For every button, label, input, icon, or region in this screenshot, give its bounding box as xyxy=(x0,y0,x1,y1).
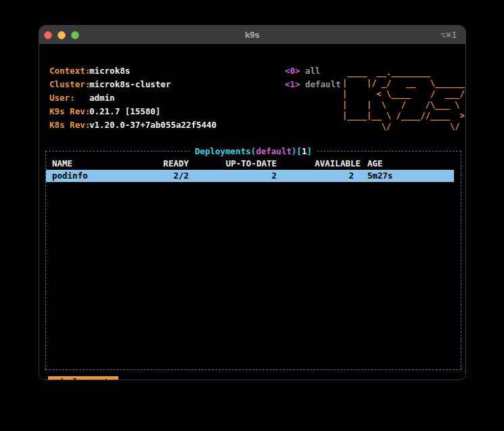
column-header-age[interactable]: AGE xyxy=(367,158,383,170)
cluster-value: microk8s-cluster xyxy=(89,78,170,91)
cluster-row: Cluster:microk8s-cluster xyxy=(49,78,216,91)
logo-line: | < \____ / ___/ xyxy=(342,89,465,99)
user-label: User: xyxy=(49,91,89,105)
panel-title-namespace: default xyxy=(256,146,292,156)
user-row: User:admin xyxy=(49,91,216,105)
logo-line: | | \ / /\___ \ xyxy=(342,99,465,110)
close-button[interactable] xyxy=(44,31,52,39)
breadcrumb-deployment[interactable]: <deployment> xyxy=(48,376,118,380)
namespace-name-all: all xyxy=(305,64,321,78)
panel-title-bracket-close: ] xyxy=(307,146,313,156)
table-row-podinfo[interactable]: podinfo 2/2 2 2 5m27s xyxy=(46,170,454,182)
cluster-info: Context:microk8s Cluster:microk8s-cluste… xyxy=(49,64,216,132)
panel-title-bracket: )[ xyxy=(292,146,302,156)
logo-line: \/ \/ xyxy=(342,121,465,132)
terminal-body: Context:microk8s Cluster:microk8s-cluste… xyxy=(39,44,465,380)
terminal-window: k9s ⌥⌘1 Context:microk8s Cluster:microk8… xyxy=(39,25,466,380)
window-titlebar[interactable]: k9s ⌥⌘1 xyxy=(39,26,465,44)
k9s-ascii-logo: ____ __.________ | |/ _/ __ \______ | < … xyxy=(342,67,465,132)
k8s-rev-value: v1.20.0-37+7ab055a22f5440 xyxy=(89,118,216,132)
k9s-rev-row: K9s Rev:0.21.7 [15580] xyxy=(49,105,216,118)
panel-title-count: 1 xyxy=(302,146,307,156)
cluster-label: Cluster: xyxy=(49,78,89,91)
deployments-table: NAME READY UP-TO-DATE AVAILABLE AGE podi… xyxy=(46,158,461,182)
window-title: k9s xyxy=(39,30,465,40)
panel-title: Deployments(default)[1] xyxy=(190,146,317,156)
column-header-available[interactable]: AVAILABLE xyxy=(46,158,361,170)
deployments-panel: Deployments(default)[1] NAME READY UP-TO… xyxy=(45,151,461,370)
panel-title-resource: Deployments( xyxy=(195,146,256,156)
zoom-button[interactable] xyxy=(71,31,79,39)
namespace-hotkey-0: <0> xyxy=(285,64,305,78)
namespace-shortcut-all[interactable]: <0>all xyxy=(285,64,341,78)
user-value: admin xyxy=(89,91,115,105)
breadcrumb: <deployment> xyxy=(48,376,118,380)
table-header-row: NAME READY UP-TO-DATE AVAILABLE AGE xyxy=(46,158,461,170)
k8s-rev-label: K8s Rev: xyxy=(49,118,89,132)
logo-line: |____|__ \ /____//____ > xyxy=(342,110,465,121)
context-label: Context: xyxy=(49,64,89,78)
window-shortcut-indicator: ⌥⌘1 xyxy=(440,26,457,44)
desktop-background: k9s ⌥⌘1 Context:microk8s Cluster:microk8… xyxy=(0,0,504,431)
k8s-rev-row: K8s Rev:v1.20.0-37+7ab055a22f5440 xyxy=(49,118,216,132)
namespace-name-default: default xyxy=(305,78,341,91)
context-row: Context:microk8s xyxy=(49,64,216,78)
logo-line: | |/ _/ __ \______ xyxy=(342,78,465,89)
namespace-shortcuts: <0>all <1>default xyxy=(285,64,341,91)
namespace-shortcut-default[interactable]: <1>default xyxy=(285,78,341,91)
k9s-rev-label: K9s Rev: xyxy=(49,105,89,118)
minimize-button[interactable] xyxy=(58,31,66,39)
k9s-rev-value: 0.21.7 [15580] xyxy=(89,105,160,118)
namespace-hotkey-1: <1> xyxy=(285,78,305,91)
traffic-lights xyxy=(44,26,79,44)
cell-available: 2 xyxy=(46,170,354,182)
context-value: microk8s xyxy=(89,64,130,78)
logo-line: ____ __.________ xyxy=(342,67,465,78)
cell-age: 5m27s xyxy=(367,170,393,182)
